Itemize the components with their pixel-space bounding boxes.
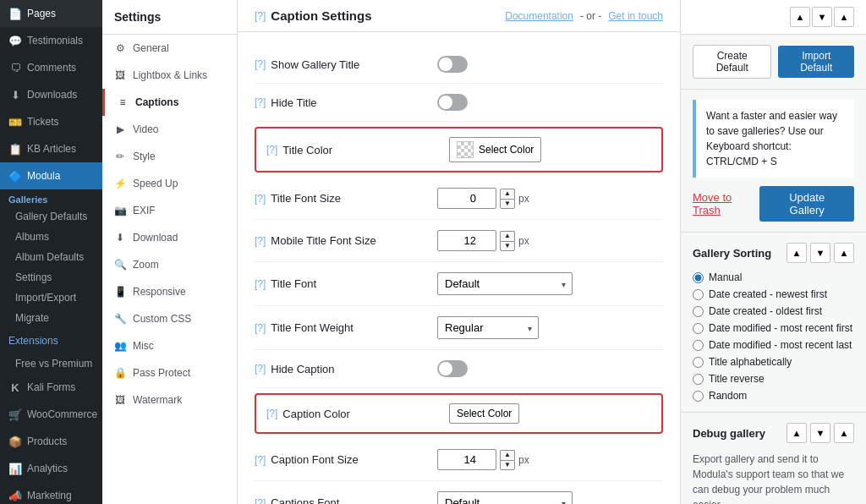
spinner-up[interactable]: ▲	[500, 189, 515, 199]
settings-item-general[interactable]: ⚙ General	[102, 35, 237, 62]
caption-color-button[interactable]: Select Color	[449, 403, 519, 424]
top-actions: ▲ ▼ ▲	[681, 0, 866, 35]
title-font-weight-help[interactable]: [?]	[255, 322, 266, 334]
caption-font-size-help[interactable]: [?]	[255, 454, 266, 466]
sidebar-item-settings[interactable]: Settings	[0, 267, 102, 288]
settings-item-download[interactable]: ⬇ Download	[102, 224, 237, 251]
debug-up-button[interactable]: ▲	[787, 423, 807, 443]
sidebar-item-albums[interactable]: Albums	[0, 227, 102, 247]
captions-icon: ≡	[117, 96, 129, 108]
sidebar-item-downloads[interactable]: ⬇ Downloads	[0, 81, 102, 108]
sidebar-item-free-vs-premium[interactable]: Free vs Premium	[0, 353, 102, 374]
import-default-button[interactable]: Import Default	[778, 46, 854, 78]
captions-font-help[interactable]: [?]	[255, 497, 266, 505]
move-to-trash-link[interactable]: Move to Trash	[693, 191, 759, 216]
sort-date-newest[interactable]: Date created - newest first	[693, 288, 854, 300]
sort-date-newest-radio[interactable]	[693, 289, 704, 300]
spinner-down[interactable]: ▼	[500, 199, 515, 209]
sidebar-item-extensions[interactable]: Extensions	[0, 328, 102, 353]
galleries-section-label: Galleries	[0, 189, 102, 206]
sort-modified-last-radio[interactable]	[693, 340, 704, 351]
sort-manual-radio[interactable]	[693, 272, 704, 283]
caption-color-help[interactable]: [?]	[266, 408, 277, 419]
sidebar-item-testimonials[interactable]: 💬 Testimonials	[0, 27, 102, 54]
sidebar-item-kb-articles[interactable]: 📋 KB Articles	[0, 135, 102, 162]
sort-random[interactable]: Random	[693, 390, 854, 402]
spinner-down[interactable]: ▼	[500, 241, 515, 251]
caption-font-size-input[interactable]	[437, 449, 496, 470]
sort-modified-recent-radio[interactable]	[693, 323, 704, 334]
title-font-size-input[interactable]	[437, 188, 496, 209]
hide-title-toggle[interactable]	[437, 94, 468, 111]
sidebar-item-gallery-defaults[interactable]: Gallery Defaults	[0, 206, 102, 227]
sort-random-radio[interactable]	[693, 391, 704, 402]
sort-date-oldest-radio[interactable]	[693, 306, 704, 317]
settings-item-captions[interactable]: ≡ Captions	[102, 89, 237, 116]
sidebar-item-analytics[interactable]: 📊 Analytics	[0, 455, 102, 482]
title-font-help[interactable]: [?]	[255, 278, 266, 290]
caption-settings-help-icon[interactable]: [?]	[255, 10, 266, 22]
settings-item-watermark[interactable]: 🖼 Watermark	[102, 386, 237, 414]
sort-date-oldest[interactable]: Date created - oldest first	[693, 305, 854, 317]
sidebar-item-woocommerce[interactable]: 🛒 WooCommerce	[0, 401, 102, 428]
sidebar-item-kali-forms[interactable]: K Kali Forms	[0, 374, 102, 401]
title-font-weight-select[interactable]: Regular Bold Light	[437, 316, 539, 339]
expand-button[interactable]: ▲	[834, 7, 854, 27]
settings-item-zoom[interactable]: 🔍 Zoom	[102, 251, 237, 278]
title-font-select[interactable]: Default Arial Georgia	[437, 272, 573, 295]
settings-item-pass-protect[interactable]: 🔒 Pass Protect	[102, 359, 237, 386]
title-font-size-help[interactable]: [?]	[255, 193, 266, 205]
get-in-touch-link[interactable]: Get in touch	[608, 10, 663, 22]
spinner-up[interactable]: ▲	[500, 231, 515, 241]
hide-caption-toggle[interactable]	[437, 360, 468, 377]
title-font-control: Default Arial Georgia	[437, 272, 663, 295]
sidebar-item-comments[interactable]: 🗨 Comments	[0, 54, 102, 81]
sort-title-alpha[interactable]: Title alphabetically	[693, 356, 854, 368]
sort-title-reverse-radio[interactable]	[693, 374, 704, 385]
settings-item-responsive[interactable]: 📱 Responsive	[102, 278, 237, 305]
title-color-button[interactable]: Select Color	[449, 137, 541, 162]
debug-expand-button[interactable]: ▲	[834, 423, 854, 443]
sort-title-alpha-radio[interactable]	[693, 357, 704, 368]
sort-manual[interactable]: Manual	[693, 271, 854, 283]
move-up-button[interactable]: ▲	[790, 7, 810, 27]
spinner-up[interactable]: ▲	[500, 450, 515, 460]
sort-title-reverse[interactable]: Title reverse	[693, 373, 854, 385]
sort-modified-recent[interactable]: Date modified - most recent first	[693, 322, 854, 334]
hide-title-help[interactable]: [?]	[255, 96, 266, 108]
sidebar-item-products[interactable]: 📦 Products	[0, 428, 102, 455]
sidebar-item-migrate[interactable]: Migrate	[0, 308, 102, 328]
sidebar-item-pages[interactable]: 📄 Pages	[0, 0, 102, 27]
title-color-help[interactable]: [?]	[266, 144, 277, 156]
create-default-button[interactable]: Create Default	[693, 45, 771, 79]
sorting-expand-button[interactable]: ▲	[834, 243, 854, 263]
sidebar-item-album-defaults[interactable]: Album Defaults	[0, 247, 102, 267]
sidebar-item-marketing[interactable]: 📣 Marketing	[0, 482, 102, 504]
mobile-font-size-help[interactable]: [?]	[255, 235, 266, 247]
spinner-down[interactable]: ▼	[500, 460, 515, 470]
mobile-title-font-size-input[interactable]	[437, 230, 496, 251]
sidebar-item-modula[interactable]: 🔷 Modula	[0, 162, 102, 189]
settings-item-custom-css[interactable]: 🔧 Custom CSS	[102, 305, 237, 332]
sidebar-item-import-export[interactable]: Import/Export	[0, 288, 102, 308]
update-gallery-button[interactable]: Update Gallery	[759, 186, 854, 222]
documentation-link[interactable]: Documentation	[505, 10, 573, 22]
settings-item-misc[interactable]: 👥 Misc	[102, 332, 237, 359]
show-gallery-title-toggle[interactable]	[437, 56, 468, 73]
settings-item-style[interactable]: ✏ Style	[102, 143, 237, 170]
show-gallery-title-help[interactable]: [?]	[255, 58, 266, 70]
settings-item-speed-up[interactable]: ⚡ Speed Up	[102, 170, 237, 197]
move-down-button[interactable]: ▼	[812, 7, 832, 27]
captions-font-select[interactable]: Default Arial Georgia	[437, 491, 573, 504]
settings-item-lightbox[interactable]: 🖼 Lightbox & Links	[102, 62, 237, 89]
hide-caption-help[interactable]: [?]	[255, 363, 266, 375]
settings-item-video[interactable]: ▶ Video	[102, 116, 237, 143]
sort-modified-last[interactable]: Date modified - most recent last	[693, 339, 854, 351]
sidebar-item-tickets[interactable]: 🎫 Tickets	[0, 108, 102, 135]
caption-color-label: [?] Caption Color	[266, 408, 436, 420]
debug-down-button[interactable]: ▼	[810, 423, 830, 443]
sorting-down-button[interactable]: ▼	[810, 243, 830, 263]
settings-item-exif[interactable]: 📷 EXIF	[102, 197, 237, 224]
row-title-color: [?] Title Color Select Color	[255, 127, 663, 173]
sorting-up-button[interactable]: ▲	[787, 243, 807, 263]
